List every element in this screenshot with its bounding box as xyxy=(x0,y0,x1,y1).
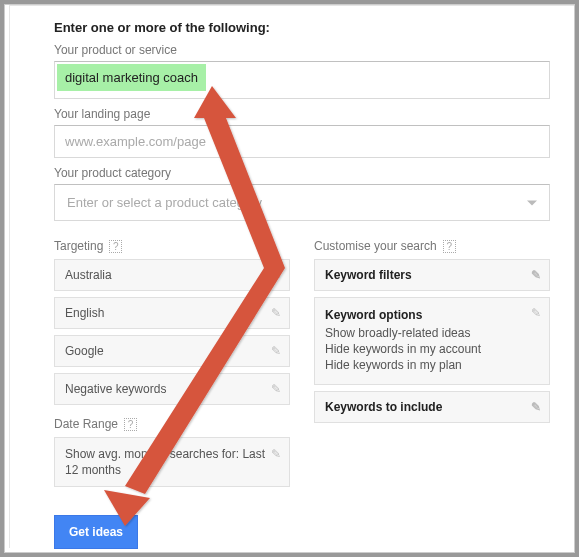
help-icon[interactable]: ? xyxy=(443,240,456,253)
help-icon[interactable]: ? xyxy=(124,418,137,431)
targeting-network[interactable]: Google ✎ xyxy=(54,335,290,367)
customise-title: Customise your search xyxy=(314,239,437,253)
targeting-title: Targeting xyxy=(54,239,103,253)
product-service-input[interactable]: digital marketing coach xyxy=(54,61,550,99)
targeting-location-text: Australia xyxy=(65,268,112,282)
keywords-to-include-card[interactable]: Keywords to include ✎ xyxy=(314,391,550,423)
help-icon[interactable]: ? xyxy=(109,240,122,253)
date-range-text: Show avg. monthly searches for: Last 12 … xyxy=(65,447,265,477)
targeting-negative-text: Negative keywords xyxy=(65,382,166,396)
pencil-icon: ✎ xyxy=(271,268,281,282)
keyword-filters-text: Keyword filters xyxy=(325,268,412,282)
pencil-icon: ✎ xyxy=(531,306,541,320)
keywords-include-text: Keywords to include xyxy=(325,400,442,414)
get-ideas-button[interactable]: Get ideas xyxy=(54,515,138,549)
targeting-negative-keywords[interactable]: Negative keywords ✎ xyxy=(54,373,290,405)
landing-page-label: Your landing page xyxy=(54,107,550,121)
pencil-icon: ✎ xyxy=(271,382,281,396)
form-heading: Enter one or more of the following: xyxy=(54,20,550,35)
keyword-options-title: Keyword options xyxy=(325,308,539,322)
pencil-icon: ✎ xyxy=(271,344,281,358)
targeting-network-text: Google xyxy=(65,344,104,358)
keyword-option-line: Hide keywords in my account xyxy=(325,342,539,356)
targeting-location[interactable]: Australia ✎ xyxy=(54,259,290,291)
landing-page-input[interactable]: www.example.com/page xyxy=(54,125,550,158)
category-placeholder: Enter or select a product category xyxy=(67,195,262,210)
pencil-icon: ✎ xyxy=(271,446,281,462)
pencil-icon: ✎ xyxy=(271,306,281,320)
targeting-language[interactable]: English ✎ xyxy=(54,297,290,329)
pencil-icon: ✎ xyxy=(531,268,541,282)
pencil-icon: ✎ xyxy=(531,400,541,414)
date-range-card[interactable]: Show avg. monthly searches for: Last 12 … xyxy=(54,437,290,487)
keyword-option-line: Hide keywords in my plan xyxy=(325,358,539,372)
keyword-option-line: Show broadly-related ideas xyxy=(325,326,539,340)
chevron-down-icon xyxy=(527,200,537,205)
targeting-language-text: English xyxy=(65,306,104,320)
keyword-options-card[interactable]: ✎ Keyword options Show broadly-related i… xyxy=(314,297,550,385)
product-label: Your product or service xyxy=(54,43,550,57)
product-service-value: digital marketing coach xyxy=(57,64,206,91)
keyword-filters-card[interactable]: Keyword filters ✎ xyxy=(314,259,550,291)
category-label: Your product category xyxy=(54,166,550,180)
date-range-title: Date Range xyxy=(54,417,118,431)
category-select[interactable]: Enter or select a product category xyxy=(54,184,550,221)
